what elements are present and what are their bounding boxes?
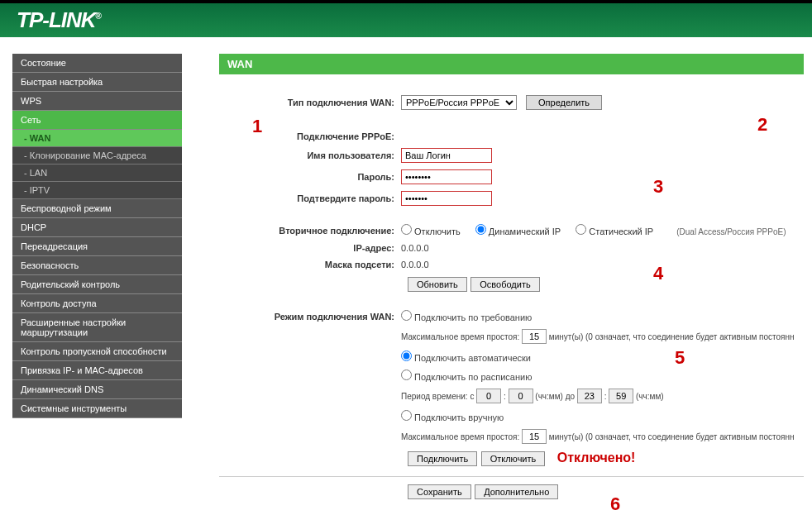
app-header: TP-LINK® <box>0 0 812 37</box>
radio-dynamic-ip[interactable] <box>475 224 486 235</box>
nav-ipmac[interactable]: Привязка IP- и MAC-адресов <box>12 361 182 380</box>
label-wan-type: Тип подключения WAN: <box>219 98 401 107</box>
nav-security[interactable]: Безопасность <box>12 256 182 275</box>
annotation-6: 6 <box>610 494 620 515</box>
value-ip-addr: 0.0.0.0 <box>401 243 804 253</box>
detect-button[interactable]: Определить <box>526 95 602 110</box>
time-to-hh[interactable] <box>577 389 602 403</box>
time-from-mm[interactable] <box>509 389 533 403</box>
annotation-3: 3 <box>653 176 663 198</box>
value-subnet-mask: 0.0.0.0 <box>401 260 804 269</box>
status-disconnected: Отключено! <box>557 451 636 465</box>
annotation-4: 4 <box>653 263 663 284</box>
nav-access[interactable]: Контроль доступа <box>12 294 182 313</box>
confirm-password-input[interactable] <box>401 191 492 206</box>
page-title: WAN <box>219 54 804 74</box>
radio-manual[interactable] <box>401 410 412 421</box>
disconnect-button[interactable]: Отключить <box>481 451 546 466</box>
sidebar: Состояние Быстрая настройка WPS Сеть - W… <box>0 54 182 515</box>
nav-bandwidth[interactable]: Контроль пропускной способности <box>12 342 182 361</box>
time-from-hh[interactable] <box>476 389 501 403</box>
idle-time-2[interactable] <box>522 429 547 444</box>
label-username: Имя пользователя: <box>219 150 401 160</box>
nav-iptv[interactable]: - IPTV <box>12 182 182 199</box>
nav-adv-routing[interactable]: Расширенные настройки маршрутизации <box>12 313 182 342</box>
label-password: Пароль: <box>219 172 401 182</box>
nav-ddns[interactable]: Динамический DNS <box>12 380 182 399</box>
label-pppoe-conn: Подключение PPPoE: <box>219 131 401 141</box>
label-ip-addr: IP-адрес: <box>219 243 401 253</box>
username-input[interactable] <box>401 148 492 163</box>
nav-parental[interactable]: Родительский контроль <box>12 275 182 294</box>
time-to-mm[interactable] <box>609 389 633 403</box>
connect-button[interactable]: Подключить <box>408 451 477 466</box>
nav-wan[interactable]: - WAN <box>12 130 182 147</box>
refresh-button[interactable]: Обновить <box>408 277 467 292</box>
content-area: WAN Тип подключения WAN: PPPoE/Россия PP… <box>182 54 812 515</box>
nav-systools[interactable]: Системные инструменты <box>12 399 182 418</box>
nav-wps[interactable]: WPS <box>12 92 182 111</box>
nav-forwarding[interactable]: Переадресация <box>12 237 182 256</box>
label-wan-mode: Режим подключения WAN: <box>219 312 401 322</box>
radio-disable[interactable] <box>401 224 412 235</box>
advanced-button[interactable]: Дополнительно <box>475 484 558 499</box>
annotation-5: 5 <box>675 347 685 369</box>
logo: TP-LINK® <box>17 7 101 33</box>
radio-scheduled[interactable] <box>401 370 412 380</box>
nav-status[interactable]: Состояние <box>12 54 182 73</box>
release-button[interactable]: Освободить <box>470 277 539 292</box>
idle-time-1[interactable] <box>522 329 547 344</box>
label-secondary-conn: Вторичное подключение: <box>219 226 401 236</box>
nav-wireless[interactable]: Беспроводной режим <box>12 199 182 218</box>
wan-type-select[interactable]: PPPoE/Россия PPPoE <box>401 95 517 110</box>
nav-mac-clone[interactable]: - Клонирование MAC-адреса <box>12 147 182 165</box>
label-confirm-password: Подтвердите пароль: <box>219 193 401 203</box>
radio-on-demand[interactable] <box>401 310 412 321</box>
nav-dhcp[interactable]: DHCP <box>12 218 182 237</box>
password-input[interactable] <box>401 169 492 184</box>
radio-static-ip[interactable] <box>576 224 586 235</box>
save-button[interactable]: Сохранить <box>408 484 471 499</box>
label-subnet-mask: Маска подсети: <box>219 260 401 269</box>
radio-auto[interactable] <box>401 350 412 361</box>
nav-quick-setup[interactable]: Быстрая настройка <box>12 73 182 92</box>
nav-lan[interactable]: - LAN <box>12 165 182 182</box>
nav-network[interactable]: Сеть <box>12 111 182 130</box>
annotation-2: 2 <box>757 114 767 136</box>
annotation-1: 1 <box>252 116 262 137</box>
